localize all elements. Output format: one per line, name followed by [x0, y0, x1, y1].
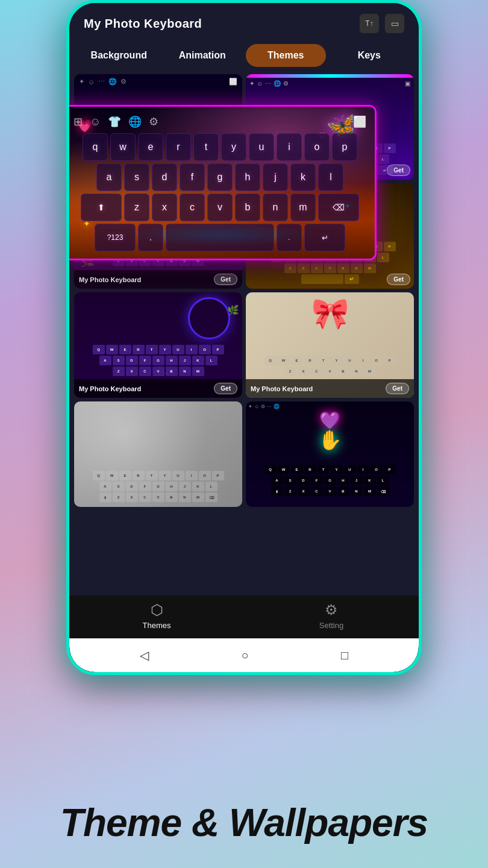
- float-key-s[interactable]: s: [124, 163, 149, 191]
- android-home[interactable]: ○: [241, 649, 248, 662]
- float-key-123[interactable]: ?123: [95, 224, 136, 251]
- float-key-m[interactable]: m: [290, 193, 316, 221]
- theme-name-neon-coral: My Photo Keyboard: [79, 276, 141, 283]
- float-key-e[interactable]: e: [138, 133, 163, 161]
- float-key-u[interactable]: u: [249, 133, 274, 161]
- theme-card-glitter[interactable]: QWERTYUIOP ASDFGHJKL ⬆ZXCVBNM⌫: [74, 401, 242, 507]
- phone-frame: My Photo Keyboard T↑ ▭ Background Animat…: [66, 0, 422, 675]
- float-key-j[interactable]: j: [263, 163, 288, 191]
- float-key-period[interactable]: .: [277, 224, 302, 251]
- tab-themes[interactable]: Themes: [246, 44, 326, 67]
- theme-label-neon-coral: My Photo Keyboard Get: [74, 270, 242, 289]
- theme-name-photo1: My Photo Keyboard: [79, 385, 141, 392]
- theme-card-photo1[interactable]: 🌿 1234 QWERTYUIOP ASDFGHJKL ZXCVBNM: [74, 292, 242, 398]
- setting-nav-icon: ⚙: [325, 602, 338, 618]
- tab-keys[interactable]: Keys: [330, 44, 410, 67]
- theme-label-photo1: My Photo Keyboard Get: [74, 379, 242, 398]
- float-key-w[interactable]: w: [110, 133, 136, 161]
- top-bar-icons: T↑ ▭: [360, 14, 404, 33]
- float-key-space[interactable]: [166, 224, 274, 251]
- themes-nav-label: Themes: [143, 621, 171, 630]
- float-key-enter[interactable]: ↵: [304, 224, 345, 251]
- float-grid-icon[interactable]: ⊞: [74, 115, 83, 128]
- float-key-r[interactable]: r: [166, 133, 191, 161]
- float-settings-icon[interactable]: ⚙: [149, 115, 158, 128]
- android-back[interactable]: ◁: [140, 648, 149, 662]
- float-key-z[interactable]: z: [124, 193, 149, 221]
- theme-name-gift: My Photo Keyboard: [251, 385, 313, 392]
- float-key-h[interactable]: h: [235, 163, 260, 191]
- float-key-n[interactable]: n: [263, 193, 288, 221]
- get-btn-neon-coral[interactable]: Get: [214, 274, 237, 285]
- android-recents[interactable]: □: [341, 649, 348, 662]
- tab-bar: Background Animation Themes Keys: [69, 39, 419, 72]
- float-key-q[interactable]: q: [83, 133, 108, 161]
- nav-setting[interactable]: ⚙ Setting: [244, 602, 419, 630]
- float-key-v[interactable]: v: [207, 193, 233, 221]
- app-title: My Photo Keyboard: [84, 17, 202, 31]
- theme-card-neon-heart[interactable]: 💜 ✋ ✦☺⚙⋯🌐 QWERTYUIOP ASDFGHJKL: [246, 401, 414, 507]
- float-emoji-icon[interactable]: ☺: [90, 116, 101, 128]
- float-shirt-icon[interactable]: 👕: [108, 115, 121, 128]
- get-btn-gold[interactable]: Get: [387, 274, 410, 285]
- float-key-o[interactable]: o: [304, 133, 330, 161]
- nav-themes[interactable]: ⬡ Themes: [69, 602, 244, 630]
- float-key-backspace[interactable]: ⌫: [318, 193, 359, 221]
- get-btn-neon-purple[interactable]: Get: [387, 165, 410, 176]
- float-key-y[interactable]: y: [221, 133, 246, 161]
- minimize-icon[interactable]: ▭: [385, 14, 404, 33]
- float-key-d[interactable]: d: [152, 163, 177, 191]
- theme-area: ✦ ☺ ⋯ 🌐 ⚙ ⬜ QWERTYUIOP: [69, 72, 419, 596]
- float-key-c[interactable]: c: [180, 193, 205, 221]
- float-key-k[interactable]: k: [290, 163, 316, 191]
- float-key-g[interactable]: g: [207, 163, 233, 191]
- float-key-shift[interactable]: ⬆: [81, 193, 122, 221]
- float-expand-icon[interactable]: ⬜: [353, 115, 366, 128]
- themes-nav-icon: ⬡: [151, 602, 163, 618]
- android-nav: ◁ ○ □: [69, 638, 419, 672]
- setting-nav-label: Setting: [319, 621, 343, 630]
- float-key-f[interactable]: f: [180, 163, 205, 191]
- float-key-a[interactable]: a: [96, 163, 122, 191]
- bottom-nav: ⬡ Themes ⚙ Setting: [69, 596, 419, 638]
- tab-background[interactable]: Background: [79, 44, 159, 67]
- float-key-t[interactable]: t: [193, 133, 219, 161]
- tab-animation[interactable]: Animation: [163, 44, 243, 67]
- top-bar: My Photo Keyboard T↑ ▭: [69, 3, 419, 39]
- float-globe-icon[interactable]: 🌐: [128, 115, 142, 128]
- float-key-x[interactable]: x: [152, 193, 177, 221]
- get-btn-gift[interactable]: Get: [386, 383, 409, 394]
- float-key-b[interactable]: b: [235, 193, 260, 221]
- float-key-l[interactable]: l: [318, 163, 343, 191]
- get-btn-photo1[interactable]: Get: [214, 383, 237, 394]
- floating-keyboard: 🦋 💗 ♡ ✦ ✦ ⊞ ☺ 👕 🌐 ⚙: [69, 105, 377, 260]
- bottom-main-text: Theme & Wallpapers: [0, 802, 488, 844]
- theme-card-gift[interactable]: 🎀 QWERTYUIOP ZXCVBNM My Photo Keyboard G…: [246, 292, 414, 398]
- text-size-icon[interactable]: T↑: [360, 14, 379, 33]
- bottom-text-area: Theme & Wallpapers: [0, 802, 488, 844]
- float-key-i[interactable]: i: [277, 133, 302, 161]
- theme-label-gift: My Photo Keyboard Get: [246, 379, 414, 398]
- float-key-comma[interactable]: ,: [138, 224, 163, 251]
- float-key-p[interactable]: p: [332, 133, 357, 161]
